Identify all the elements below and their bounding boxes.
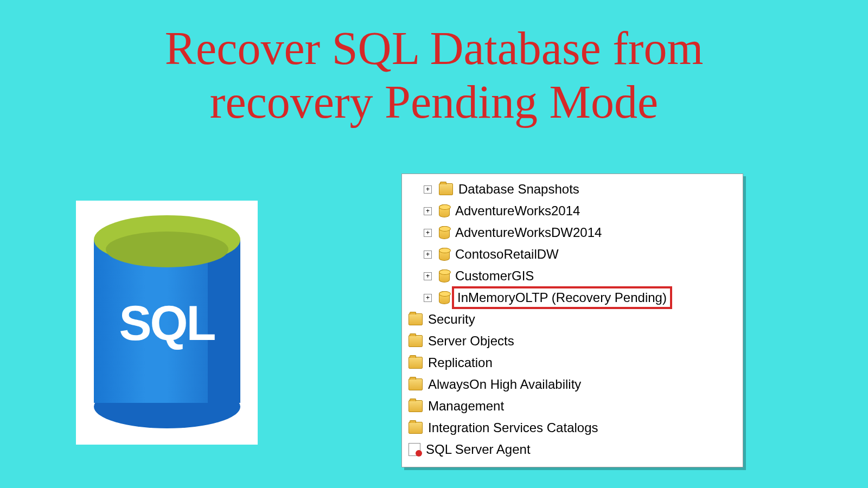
sql-logo: SQL — [76, 201, 258, 445]
folder-icon — [409, 313, 423, 325]
tree-item-label: Server Objects — [428, 333, 514, 349]
tree-item-label: AdventureWorks2014 — [455, 203, 580, 219]
tree-item[interactable]: +ContosoRetailDW — [409, 243, 736, 265]
sql-agent-icon — [409, 443, 420, 456]
expand-icon[interactable]: + — [424, 294, 432, 302]
sql-cylinder-icon: SQL — [94, 225, 240, 420]
tree-item-label: Integration Services Catalogs — [428, 420, 598, 435]
tree-item-label-highlighted: InMemoryOLTP (Recovery Pending) — [452, 286, 672, 309]
title-line-2: recovery Pending Mode — [210, 76, 658, 128]
expand-icon[interactable]: + — [424, 251, 432, 259]
tree-item-label: SQL Server Agent — [426, 442, 531, 457]
tree-item[interactable]: Server Objects — [409, 330, 736, 352]
tree-item[interactable]: +CustomerGIS — [409, 265, 736, 287]
tree-item[interactable]: Security — [409, 309, 736, 330]
folder-icon — [409, 400, 423, 412]
tree-item-label: Security — [428, 312, 475, 327]
folder-icon — [439, 183, 453, 195]
database-icon — [439, 269, 450, 282]
tree-item[interactable]: +AdventureWorksDW2014 — [409, 222, 736, 243]
expand-icon[interactable]: + — [424, 185, 432, 194]
tree-item[interactable]: +InMemoryOLTP (Recovery Pending) — [409, 287, 736, 309]
object-explorer-tree: +Database Snapshots+AdventureWorks2014+A… — [401, 174, 743, 467]
database-icon — [439, 226, 450, 239]
tree-item[interactable]: +Database Snapshots — [409, 178, 736, 200]
tree-item[interactable]: AlwaysOn High Availability — [409, 374, 736, 395]
folder-icon — [409, 335, 423, 347]
expand-icon[interactable]: + — [424, 272, 432, 280]
sql-logo-text: SQL — [94, 296, 240, 351]
expand-icon[interactable]: + — [424, 229, 432, 237]
tree-item[interactable]: +AdventureWorks2014 — [409, 200, 736, 222]
tree-item-label: ContosoRetailDW — [455, 247, 559, 262]
tree-item-label: AdventureWorksDW2014 — [455, 225, 602, 240]
tree-item-label: Database Snapshots — [458, 182, 579, 197]
database-icon — [439, 248, 450, 261]
title-line-1: Recover SQL Database from — [165, 22, 704, 74]
expand-icon[interactable]: + — [424, 207, 432, 215]
folder-icon — [409, 357, 423, 369]
database-icon — [439, 204, 450, 217]
tree-item[interactable]: Replication — [409, 352, 736, 374]
tree-item[interactable]: Integration Services Catalogs — [409, 417, 736, 439]
tree-item-label: AlwaysOn High Availability — [428, 377, 581, 392]
folder-icon — [409, 378, 423, 390]
folder-icon — [409, 422, 423, 434]
tree-item-label: Management — [428, 399, 504, 414]
page-title: Recover SQL Database from recovery Pendi… — [0, 0, 868, 129]
database-icon — [439, 291, 450, 304]
tree-item[interactable]: SQL Server Agent — [409, 439, 736, 460]
tree-item-label: CustomerGIS — [455, 268, 534, 284]
tree-item[interactable]: Management — [409, 395, 736, 417]
tree-item-label: Replication — [428, 355, 493, 370]
